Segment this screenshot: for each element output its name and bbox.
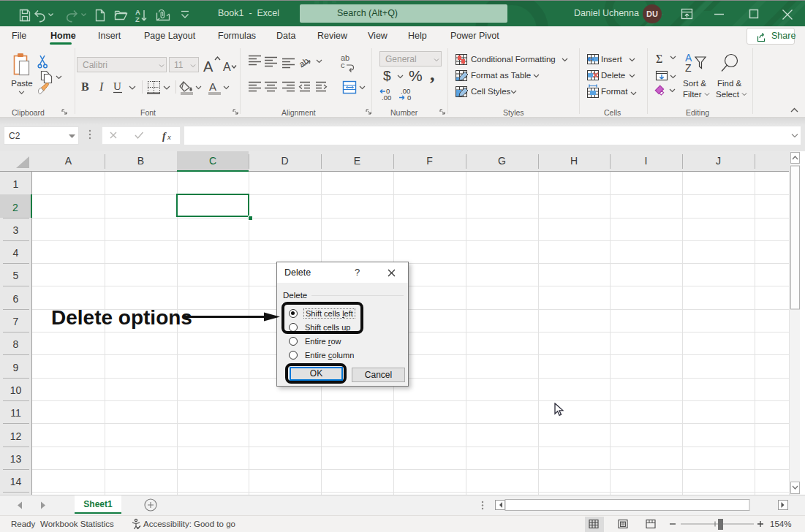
svg-text:0: 0 <box>407 94 411 102</box>
svg-text:I: I <box>99 80 104 93</box>
svg-text:.00: .00 <box>382 94 391 102</box>
svg-text:$: $ <box>383 68 391 83</box>
svg-text:B: B <box>81 80 89 93</box>
svg-text:,: , <box>430 64 435 85</box>
svg-text:x: x <box>167 132 171 141</box>
svg-text:U: U <box>113 80 121 92</box>
svg-text:Z: Z <box>685 62 692 74</box>
svg-text:A: A <box>203 58 213 75</box>
svg-text:A: A <box>209 80 216 93</box>
svg-text:f: f <box>162 131 167 142</box>
svg-text:Z: Z <box>135 15 140 23</box>
svg-text:A: A <box>223 61 231 73</box>
svg-text:ab: ab <box>297 56 311 69</box>
svg-text:Σ: Σ <box>656 53 662 65</box>
svg-text:c: c <box>341 61 345 69</box>
svg-text:%: % <box>409 67 423 84</box>
